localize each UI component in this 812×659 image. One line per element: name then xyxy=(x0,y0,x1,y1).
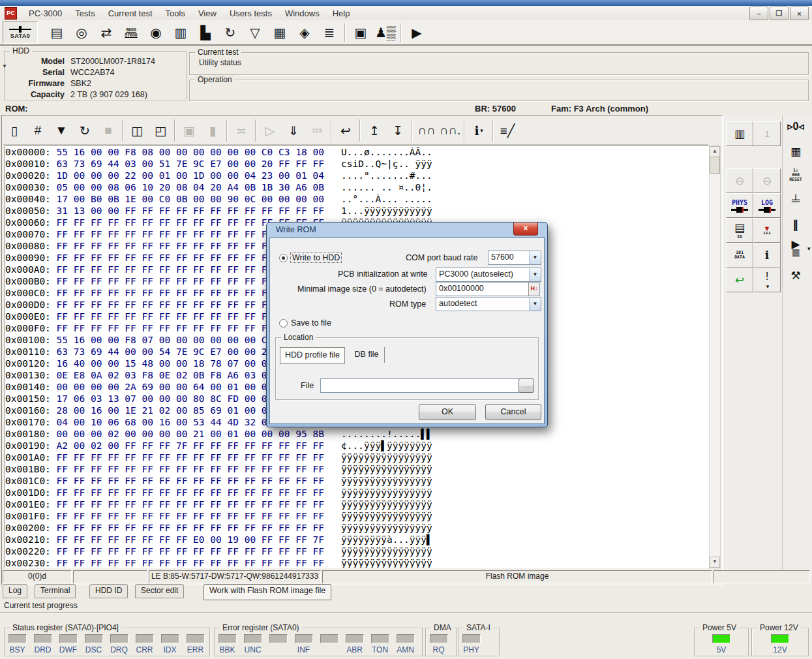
dialog-close-button[interactable]: × xyxy=(513,222,538,236)
pc-transfer-icon[interactable]: ⇄ xyxy=(94,22,119,43)
status-led-cell: ERR xyxy=(183,634,208,654)
write-to-hdd-radio[interactable] xyxy=(279,254,288,262)
save-rom-as-button[interactable]: ◰ xyxy=(149,118,172,143)
exclaim-dropdown-button[interactable]: !▾ xyxy=(753,268,781,292)
menu-item-view[interactable]: View xyxy=(192,7,223,20)
tab-hdd-profile-file[interactable]: HDD profile file xyxy=(280,347,345,364)
list-lines-icon[interactable]: ≣ xyxy=(317,22,342,43)
file-input[interactable] xyxy=(320,378,520,393)
scroll-down-icon[interactable]: ▼ xyxy=(710,557,720,568)
pause-icon[interactable]: ∥ xyxy=(783,218,809,232)
toolbar-separator xyxy=(464,119,465,142)
chevron-down-icon[interactable]: ▾ xyxy=(480,127,483,134)
flowchart-icon[interactable]: ◈ xyxy=(292,22,317,43)
copy-windows-icon[interactable]: ▣ xyxy=(348,22,373,43)
new-rom-button[interactable]: ▯ xyxy=(3,118,26,143)
reset-icon[interactable]: 1↓000RESET xyxy=(783,168,809,182)
close-button[interactable]: × xyxy=(790,7,809,20)
hex-ascii: ÿÿÿÿÿÿÿÿà...ÿÿÿ▌ xyxy=(324,534,432,545)
grid-table-icon[interactable]: ▦ xyxy=(267,22,292,43)
settings-save-icon[interactable]: ◉ xyxy=(143,22,168,43)
hdd-dropdown-icon[interactable]: ▼ xyxy=(2,63,7,69)
zero-marker-icon[interactable]: ▹0◃ xyxy=(783,120,809,132)
tab-log[interactable]: Log xyxy=(3,584,27,598)
file-label: File xyxy=(301,381,314,390)
hex-scrollbar[interactable]: ▲ ▼ xyxy=(709,146,721,568)
phys-button[interactable]: PHYS xyxy=(726,193,753,218)
menu-item-windows[interactable]: Windows xyxy=(278,7,326,20)
find-next-button[interactable]: ∩∩. xyxy=(438,118,462,143)
filter-button[interactable]: ▼ xyxy=(50,118,73,143)
filter-stack-icon[interactable]: ▽ xyxy=(243,22,267,43)
chip-icon[interactable]: ▥ xyxy=(168,22,193,43)
write-to-hdd-label[interactable]: Write to HDD xyxy=(291,253,341,262)
status-led-label: ERR xyxy=(183,645,208,654)
chevron-down-icon[interactable]: ▼ xyxy=(529,251,541,264)
save-rom-button[interactable]: ◫ xyxy=(125,118,149,143)
exit-person-icon[interactable]: ♟▒ xyxy=(373,22,398,43)
revert-page-button[interactable]: ↩ xyxy=(334,118,357,143)
pcb-chip-icon[interactable]: ▦ xyxy=(783,145,809,159)
chevron-down-icon[interactable]: ▾ xyxy=(766,283,770,290)
min-size-field[interactable]: 0x00100000 H↓ xyxy=(436,282,540,296)
browse-button[interactable]: ... xyxy=(519,378,534,393)
menu-item-current-test[interactable]: Current test xyxy=(102,7,159,20)
id-doc-button[interactable]: ▤ID xyxy=(726,218,753,243)
sata-title: SATA-I xyxy=(464,623,493,632)
scroll-thumb[interactable] xyxy=(710,157,720,174)
menu-item-pc-3000[interactable]: PC-3000 xyxy=(22,7,68,20)
menu-item-users-tests[interactable]: Users tests xyxy=(223,7,278,20)
chip-select-button[interactable]: ▥ xyxy=(726,121,753,146)
restore-button[interactable]: ❐ xyxy=(770,7,789,20)
toolbar-separator xyxy=(400,23,402,42)
play-icon[interactable]: ▶ xyxy=(404,22,429,43)
inspect-bulb-icon[interactable]: ◎ xyxy=(69,22,94,43)
cancel-button[interactable]: Cancel xyxy=(485,404,541,420)
edit-log-button[interactable]: ≡╱ xyxy=(496,118,519,143)
status-led-label: CRR xyxy=(132,645,157,654)
chevron-down-icon[interactable]: ▾ xyxy=(807,245,811,252)
db-refresh-icon[interactable]: ↻ xyxy=(218,22,243,43)
tools-icon[interactable]: ⚒ xyxy=(783,269,809,283)
utility-scroll-icon[interactable]: ▤ xyxy=(44,22,69,43)
log-button[interactable]: LOG xyxy=(753,193,781,218)
chevron-down-icon[interactable]: ▼ xyxy=(529,298,541,311)
minimize-button[interactable]: – xyxy=(749,7,768,20)
hex-address: 0x00080: xyxy=(5,241,57,251)
spectrum-button[interactable]: ▼╨╨╨ xyxy=(753,218,781,243)
save-to-file-radio[interactable] xyxy=(279,319,288,328)
baud-rate-icon[interactable]: 960057600 xyxy=(119,22,143,43)
chevron-down-icon[interactable]: ▼ xyxy=(529,268,541,281)
load-page-button[interactable]: ⇓ xyxy=(282,118,305,143)
save-to-file-label[interactable]: Save to file xyxy=(291,318,331,328)
pcb-init-combo[interactable]: PC3000 (autoselect) ▼ xyxy=(436,268,541,282)
start-sequence-icon[interactable]: ▶≣ xyxy=(783,240,809,257)
refresh-rom-button[interactable]: ↻ xyxy=(73,118,97,143)
scroll-up-icon[interactable]: ▲ xyxy=(710,146,720,157)
ok-button[interactable]: OK xyxy=(419,404,476,420)
sata0-port-button[interactable]: SATA0 xyxy=(3,22,38,44)
tab-work-with-flash-rom-image-file[interactable]: Work with Flash ROM image file xyxy=(203,584,331,600)
blocks-icon[interactable]: ▙ xyxy=(193,22,218,43)
tab-sector-edit[interactable]: Sector edit xyxy=(135,584,184,598)
tab-db-file[interactable]: DB file xyxy=(349,347,385,363)
menu-item-help[interactable]: Help xyxy=(326,7,357,20)
hex-toggle-button[interactable]: H↓ xyxy=(528,283,539,296)
data-button[interactable]: 101DATA xyxy=(726,243,753,268)
sata-led xyxy=(462,634,481,643)
probe-ground-icon[interactable]: ╧ xyxy=(783,194,809,207)
find-button[interactable]: ∩∩ xyxy=(415,118,438,143)
goto-offset-button[interactable]: # xyxy=(26,118,50,143)
menu-item-tools[interactable]: Tools xyxy=(159,7,192,20)
script-info-button[interactable]: ℹ▾ xyxy=(467,118,490,143)
export-down-button[interactable]: ↧ xyxy=(386,118,410,143)
export-up-button[interactable]: ↥ xyxy=(363,118,386,143)
script-info-button[interactable]: ℹ xyxy=(753,243,781,268)
tab-hdd-id[interactable]: HDD ID xyxy=(89,584,128,598)
menu-item-tests[interactable]: Tests xyxy=(68,7,101,20)
hex-address: 0x001F0: xyxy=(5,511,57,521)
tab-terminal[interactable]: Terminal xyxy=(35,584,76,598)
convert-page-button[interactable]: ↩ xyxy=(726,268,753,292)
com-baud-combo[interactable]: 57600 ▼ xyxy=(488,251,541,265)
rom-type-combo[interactable]: autodetect ▼ xyxy=(436,297,541,311)
